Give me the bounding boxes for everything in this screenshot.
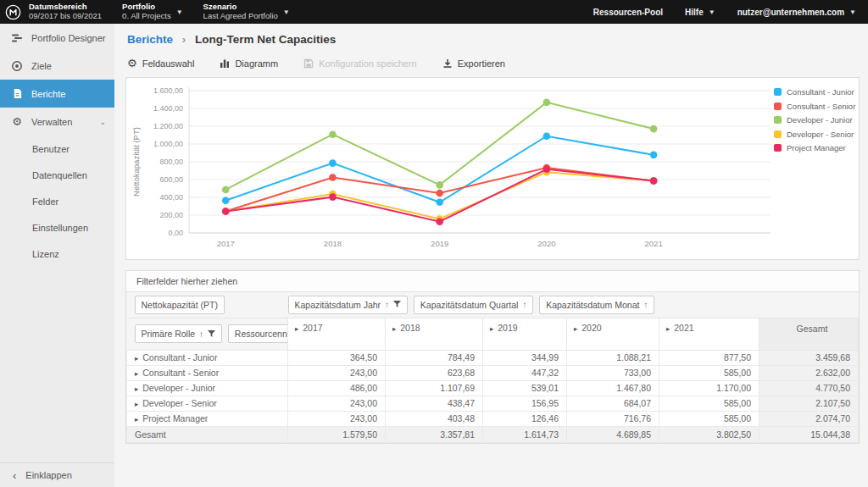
legend-item[interactable]: Developer - Senior xyxy=(774,130,855,139)
column-pill-kapazitaetsdatum-quartal[interactable]: Kapazitätsdatum Quartal ↑ xyxy=(414,296,533,314)
legend-item[interactable]: Project Manager xyxy=(774,143,855,152)
cell-value: 447,32 xyxy=(483,365,567,380)
user-menu[interactable]: nutzer@unternehmen.com ▼ xyxy=(737,8,856,17)
report-toolbar: ⚙ Feldauswahl Diagramm Konfiguration spe… xyxy=(127,57,860,69)
expand-icon[interactable]: ▸ xyxy=(135,354,138,362)
row-label[interactable]: ▸Consultant - Junior xyxy=(127,350,288,365)
breadcrumb-berichte-link[interactable]: Berichte xyxy=(127,33,173,46)
x-tick-label: 2017 xyxy=(217,239,235,248)
collapse-label: Einklappen xyxy=(25,470,71,480)
legend-item[interactable]: Consultant - Senior xyxy=(774,102,855,111)
column-header-2019[interactable]: ▸2019 xyxy=(483,318,567,350)
cell-value: 733,00 xyxy=(567,365,659,380)
sidebar-collapse-button[interactable]: ‹ Einklappen xyxy=(0,462,114,487)
expand-icon[interactable]: ▸ xyxy=(490,324,493,333)
expand-icon[interactable]: ▸ xyxy=(666,324,670,333)
expand-icon[interactable]: ▸ xyxy=(135,385,138,393)
export-label: Exportieren xyxy=(458,58,505,69)
sidebar: Portfolio Designer Ziele Berichte ⚙ Verw… xyxy=(0,24,114,487)
column-pill-kapazitaetsdatum-monat[interactable]: Kapazitätsdatum Monat ↑ xyxy=(539,296,654,314)
filter-icon[interactable] xyxy=(208,330,215,338)
data-point xyxy=(436,198,443,206)
sidebar-item-felder[interactable]: Felder xyxy=(0,188,114,214)
column-header-2020[interactable]: ▸2020 xyxy=(567,318,659,350)
cell-value: 1.614,73 xyxy=(483,426,567,442)
expand-icon[interactable]: ▸ xyxy=(392,324,396,333)
legend-swatch xyxy=(774,144,782,152)
column-header-2017[interactable]: ▸2017 xyxy=(288,318,386,350)
date-range-selector[interactable]: Datumsbereich 09/2017 bis 09/2021 xyxy=(29,3,102,21)
sidebar-item-portfolio-designer[interactable]: Portfolio Designer xyxy=(0,24,114,52)
sort-asc-icon[interactable]: ↑ xyxy=(199,329,203,339)
cell-value: 364,50 xyxy=(288,350,386,365)
data-point xyxy=(436,181,443,189)
sidebar-item-datenquellen[interactable]: Datenquellen xyxy=(0,162,114,188)
sidebar-item-ziele[interactable]: Ziele xyxy=(0,52,114,80)
expand-icon[interactable]: ▸ xyxy=(135,400,138,408)
export-button[interactable]: Exportieren xyxy=(442,58,505,69)
data-point xyxy=(543,165,551,173)
portfolio-selector[interactable]: Portfolio 0. All Projects ▼ xyxy=(122,3,182,21)
sort-asc-icon[interactable]: ↑ xyxy=(385,300,389,309)
row-label[interactable]: ▸Consultant - Senior xyxy=(127,365,288,380)
row-label[interactable]: ▸Developer - Senior xyxy=(127,396,288,411)
y-tick-label: 600,00 xyxy=(159,175,183,184)
sort-asc-icon[interactable]: ↑ xyxy=(522,300,526,309)
row-total: 2.632,00 xyxy=(760,365,859,380)
capacity-line-chart: 0,00200,00400,00600,00800,001.000,001.20… xyxy=(128,80,774,255)
chevron-down-icon: ▼ xyxy=(849,8,856,16)
sidebar-item-einstellungen[interactable]: Einstellungen xyxy=(0,214,114,241)
expand-icon[interactable]: ▸ xyxy=(135,369,138,378)
measure-pill-nettokapazitaet[interactable]: Nettokapazität (PT) xyxy=(135,296,225,314)
column-header-gesamt: Gesamt xyxy=(760,318,859,350)
breadcrumb: Berichte › Long-Term Net Capacities xyxy=(127,33,860,46)
legend-label: Project Manager xyxy=(787,143,846,152)
y-tick-label: 1.400,00 xyxy=(153,104,183,113)
filter-drop-zone[interactable]: Filterfelder hierher ziehen xyxy=(126,271,859,292)
legend-item[interactable]: Developer - Junior xyxy=(774,115,855,125)
column-pill-kapazitaetsdatum-jahr[interactable]: Kapazitätsdatum Jahr ↑ xyxy=(288,296,408,314)
row-total: 2.074,70 xyxy=(760,411,859,426)
expand-icon[interactable]: ▸ xyxy=(574,324,577,333)
table-row: ▸Consultant - Senior 243,00 623,68 447,3… xyxy=(127,365,859,380)
diagram-button[interactable]: Diagramm xyxy=(220,58,278,69)
data-point xyxy=(650,152,658,159)
row-label[interactable]: ▸Developer - Junior xyxy=(127,380,288,396)
row-pill-ressourcenname[interactable]: Ressourcenname ↑ xyxy=(228,324,288,343)
cell-value: 585,00 xyxy=(659,396,760,411)
row-pill-primaere-rolle[interactable]: Primäre Rolle ↑ xyxy=(135,324,222,343)
column-header-2018[interactable]: ▸2018 xyxy=(386,318,483,350)
cell-value: 623,68 xyxy=(386,365,483,380)
sidebar-item-verwalten[interactable]: ⚙ Verwalten ⌄ xyxy=(0,108,114,136)
data-point xyxy=(222,208,230,215)
field-selection-button[interactable]: ⚙ Feldauswahl xyxy=(127,57,194,69)
row-total: 3.459,68 xyxy=(760,350,859,365)
meisterplan-logo-icon xyxy=(5,4,21,20)
filter-icon[interactable] xyxy=(393,301,401,308)
column-header-2021[interactable]: ▸2021 xyxy=(659,318,760,350)
scenario-selector[interactable]: Szenario Last Agreed Portfolio ▼ xyxy=(203,3,290,21)
cell-value: 784,49 xyxy=(386,350,483,365)
cell-value: 403,48 xyxy=(386,411,483,426)
pivot-table-card: Filterfelder hierher ziehen Nettokapazit… xyxy=(125,270,860,444)
save-configuration-label: Konfiguration speichern xyxy=(319,58,417,69)
legend-item[interactable]: Consultant - Junior xyxy=(774,87,855,97)
sort-asc-icon[interactable]: ↑ xyxy=(643,300,648,309)
x-tick-label: 2019 xyxy=(431,239,448,248)
expand-icon[interactable]: ▸ xyxy=(135,415,138,423)
sidebar-item-lizenz[interactable]: Lizenz xyxy=(0,241,114,267)
sidebar-item-berichte[interactable]: Berichte xyxy=(0,80,114,108)
cell-value: 126,46 xyxy=(483,411,567,426)
help-menu[interactable]: Hilfe ▼ xyxy=(685,8,715,17)
sidebar-item-benutzer[interactable]: Benutzer xyxy=(0,136,114,162)
pivot-table: Nettokapazität (PT) Kapazitätsdatum Jahr… xyxy=(126,292,859,443)
sidebar-item-label: Lizenz xyxy=(32,249,59,259)
expand-icon[interactable]: ▸ xyxy=(295,324,298,333)
chevron-left-icon: ‹ xyxy=(13,469,16,482)
resource-pool-link[interactable]: Ressourcen-Pool xyxy=(593,8,663,17)
save-configuration-button[interactable]: Konfiguration speichern xyxy=(303,58,417,69)
series-line xyxy=(225,102,654,190)
cell-value: 243,00 xyxy=(288,365,386,380)
legend-swatch xyxy=(774,88,782,96)
row-label[interactable]: ▸Project Manager xyxy=(127,411,288,426)
